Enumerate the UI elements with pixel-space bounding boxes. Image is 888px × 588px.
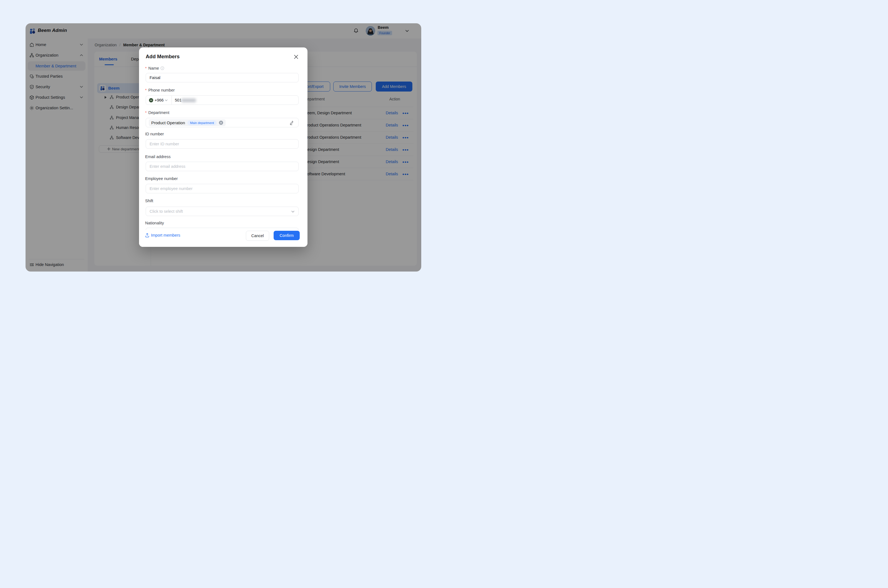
phone-input[interactable]: +966 501 (146, 95, 299, 105)
modal-title: Add Members (146, 54, 180, 60)
shift-select[interactable]: Click to select shift (146, 207, 299, 216)
department-chip: Product Operation Main department (149, 119, 225, 126)
cancel-button[interactable]: Cancel (246, 231, 269, 241)
department-label: * Department (145, 110, 169, 115)
email-label: Email address (145, 154, 171, 159)
edit-pencil-icon[interactable] (289, 120, 294, 125)
masked-phone-digits (182, 99, 196, 102)
employee-number-input[interactable]: Enter employee number (146, 184, 299, 194)
name-label: * Name (145, 66, 164, 71)
import-members-link[interactable]: Import members (145, 233, 180, 237)
confirm-button[interactable]: Confirm (273, 231, 300, 240)
id-number-input[interactable]: Enter ID number (146, 139, 299, 148)
info-icon (161, 66, 164, 70)
modal-footer: Import members Cancel Confirm (139, 230, 308, 247)
name-input[interactable]: Faisal (146, 73, 299, 82)
add-members-modal: Add Members * Name Faisal * Phone number… (139, 47, 308, 247)
input-divider (171, 96, 172, 105)
chevron-down-icon (291, 210, 294, 213)
upload-icon (145, 233, 149, 237)
shift-label: Shift (145, 198, 153, 203)
department-input[interactable]: Product Operation Main department (146, 118, 299, 127)
employee-number-label: Employee number (145, 176, 178, 181)
saudi-flag-icon (149, 98, 153, 102)
id-number-label: ID number (145, 132, 164, 136)
phone-label: * Phone number (145, 88, 175, 93)
country-code[interactable]: +966 (155, 98, 164, 102)
phone-number-value: 501 (175, 98, 182, 102)
remove-chip-icon[interactable] (219, 121, 223, 125)
chevron-down-icon[interactable] (165, 99, 168, 101)
email-input[interactable]: Enter email address (146, 162, 299, 171)
close-icon[interactable] (294, 54, 299, 60)
main-department-tag: Main department (187, 120, 217, 125)
nationality-label: Nationality (145, 220, 164, 225)
